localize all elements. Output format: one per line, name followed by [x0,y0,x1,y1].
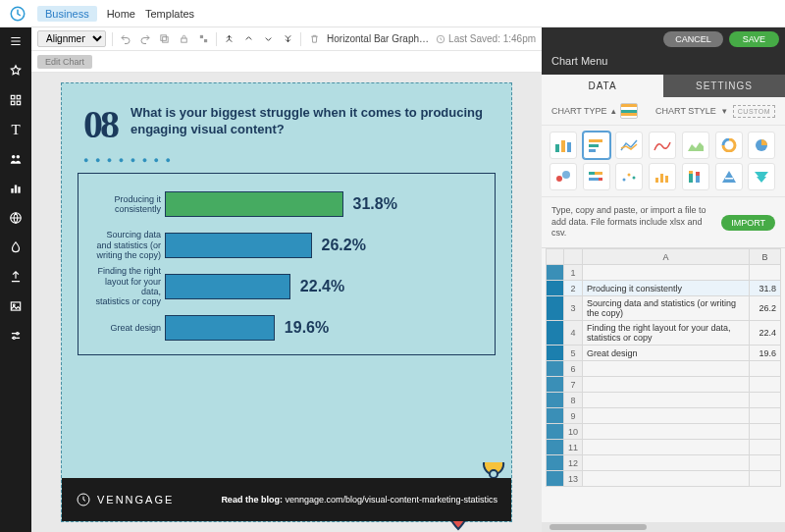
save-button[interactable]: SAVE [729,31,779,47]
horizontal-bar-chart[interactable]: Producing itconsistently31.8%Sourcing da… [78,173,496,355]
chart-type-spline[interactable] [649,132,676,159]
image-icon[interactable] [8,298,24,314]
chart-style-label: CHART STYLE [655,106,716,116]
table-row[interactable]: 12 [547,455,781,471]
svg-rect-2 [17,95,21,99]
document-title: Horizontal Bar Graph … [327,33,430,44]
svg-rect-35 [589,178,599,181]
globe-icon[interactable] [8,210,24,226]
table-row[interactable]: 1 [547,265,781,281]
bar-value: 31.8% [343,195,397,213]
svg-point-39 [633,177,636,180]
svg-point-21 [490,470,497,478]
edit-chart-button[interactable]: Edit Chart [37,55,92,69]
custom-style-button[interactable]: CUSTOM [733,105,775,118]
chart-type-scatter[interactable] [615,163,643,190]
bar[interactable] [165,233,312,258]
center-panel: Alignment Horizontal Bar Graph … Last Sa… [31,27,542,532]
chart-type-stacked-bar[interactable] [583,163,610,190]
svg-rect-25 [561,140,565,152]
svg-rect-1 [11,95,15,99]
people-icon[interactable] [8,151,24,167]
table-row[interactable]: 13 [547,471,781,487]
send-backward-icon[interactable] [262,32,276,46]
send-back-icon[interactable] [281,32,294,46]
chart-type-stacked-column[interactable] [682,163,709,190]
bar[interactable] [165,191,343,217]
chart-type-funnel[interactable] [748,163,775,190]
hamburger-icon[interactable] [8,33,24,49]
chart-type-donut[interactable] [715,132,743,159]
chart-type-pyramid[interactable] [715,163,743,190]
lock-icon[interactable] [177,32,190,46]
text-icon[interactable]: T [8,122,24,137]
table-row[interactable]: 10 [547,424,781,440]
chart-title: What is your biggest struggle when it co… [131,101,490,147]
infographic-card[interactable]: 08 What is your biggest struggle when it… [61,82,512,522]
import-button[interactable]: IMPORT [721,215,775,231]
chevron-up-icon[interactable]: ▴ [611,106,616,116]
toolbar: Alignment Horizontal Bar Graph … Last Sa… [31,27,542,51]
table-row[interactable]: 4Finding the right layout for your data,… [547,321,781,346]
upload-icon[interactable] [8,269,24,285]
tab-data[interactable]: DATA [542,75,663,97]
svg-rect-11 [11,302,20,310]
sliders-icon[interactable] [8,328,24,344]
svg-rect-3 [11,101,15,105]
svg-point-5 [12,155,15,159]
svg-rect-16 [161,35,167,41]
nav-templates[interactable]: Templates [145,8,194,20]
table-row[interactable]: 2Producing it consistently31.8 [547,281,781,296]
svg-rect-15 [163,37,169,43]
chart-type-line-multi[interactable] [615,132,643,159]
bar[interactable] [165,315,275,341]
table-row[interactable]: 6 [547,361,781,377]
droplet-icon[interactable] [8,239,24,255]
chart-type-hbar[interactable] [583,132,610,159]
table-row[interactable]: 7 [547,377,781,393]
trash-icon[interactable] [307,32,321,46]
svg-rect-9 [18,186,20,192]
table-row[interactable]: 3Sourcing data and statistics (or writin… [547,296,781,321]
horizontal-scrollbar[interactable] [542,522,785,532]
svg-point-37 [623,179,626,182]
grid-icon[interactable] [8,92,24,108]
chart-type-bubble[interactable] [550,163,577,190]
svg-rect-40 [655,178,658,183]
svg-rect-4 [17,101,21,105]
copy-icon[interactable] [158,32,172,46]
left-sidebar: T [0,27,31,532]
nav-home[interactable]: Home [107,8,135,20]
chart-type-mini-bar[interactable] [649,163,676,190]
table-row[interactable]: 8 [547,393,781,408]
bring-forward-icon[interactable] [242,32,256,46]
import-hint: Type, copy and paste, or import a file t… [551,205,713,239]
canvas-area[interactable]: 08 What is your biggest struggle when it… [31,73,542,532]
chart-menu-panel: CANCEL SAVE Chart Menu DATA SETTINGS CHA… [542,27,785,532]
svg-rect-41 [660,174,663,183]
cancel-button[interactable]: CANCEL [663,31,723,47]
footer-brand: VENNGAGE [76,492,174,507]
bar[interactable] [165,274,290,299]
redo-icon[interactable] [138,32,152,46]
chart-type-column[interactable] [550,132,577,159]
data-grid[interactable]: AB12Producing it consistently31.83Sourci… [542,247,785,522]
undo-icon[interactable] [119,32,132,46]
chart-type-area[interactable] [682,132,709,159]
alignment-select[interactable]: Alignment [37,30,106,47]
bring-front-icon[interactable] [223,32,236,46]
chevron-down-icon[interactable]: ▾ [722,106,727,116]
decorative-dots: ● ● ● ● ● ● ● ● [62,155,511,165]
bar-chart-icon[interactable] [8,181,24,196]
tab-settings[interactable]: SETTINGS [663,75,785,97]
svg-rect-42 [665,176,668,183]
table-row[interactable]: 9 [547,408,781,424]
table-row[interactable]: 5Great design19.6 [547,346,781,361]
chart-type-pie[interactable] [748,132,775,159]
chart-type-grid [542,126,785,197]
table-row[interactable]: 11 [547,440,781,455]
plan-tag[interactable]: Business [37,6,97,22]
group-icon[interactable] [196,32,210,46]
star-icon[interactable] [8,63,24,79]
bar-label: Sourcing dataand statistics (orwriting t… [84,230,165,260]
